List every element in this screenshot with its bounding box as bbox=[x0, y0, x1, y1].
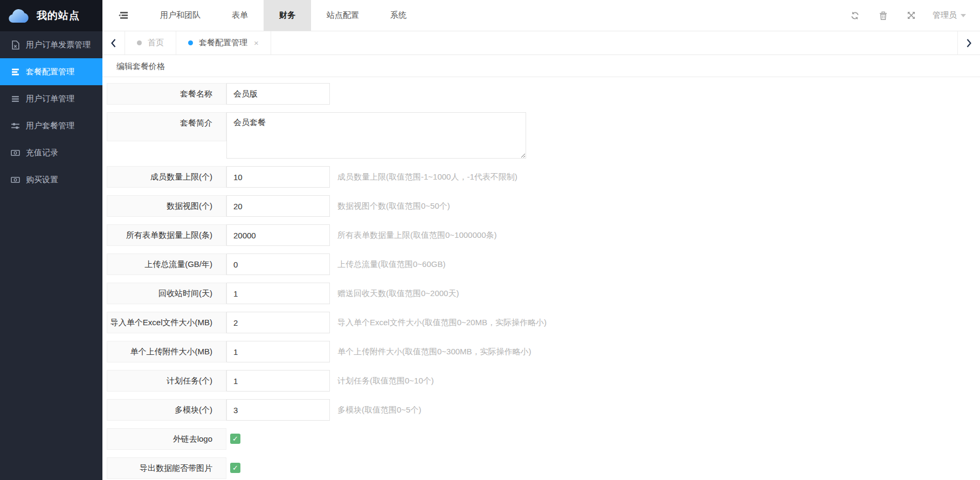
form-row: 套餐名称 bbox=[107, 83, 980, 105]
form-row: 导入单个Excel文件大小(MB) 导入单个Excel文件大小(取值范围0~20… bbox=[107, 312, 980, 333]
field-hint: 多模块(取值范围0~5个) bbox=[337, 399, 421, 421]
field-hint: 导入单个Excel文件大小(取值范围0~20MB，实际操作略小) bbox=[337, 312, 547, 333]
tab-label: 套餐配置管理 bbox=[199, 38, 247, 48]
member-limit-input[interactable] bbox=[226, 166, 330, 188]
sidebar-item-label: 套餐配置管理 bbox=[26, 67, 74, 77]
sidebar-item-user-packages[interactable]: 用户套餐管理 bbox=[0, 112, 102, 139]
tab-dot-icon bbox=[137, 40, 142, 45]
admin-label: 管理员 bbox=[933, 10, 957, 20]
package-form: 套餐名称 套餐简介 会员套餐 成员数量上限(个) 成员数量上限(取值范围-1~1… bbox=[102, 77, 980, 479]
nav-forms[interactable]: 表单 bbox=[216, 0, 264, 31]
field-label: 所有表单数据量上限(条) bbox=[107, 224, 226, 246]
sidebar-item-label: 用户套餐管理 bbox=[26, 121, 74, 131]
close-icon[interactable]: × bbox=[254, 38, 259, 47]
data-view-input[interactable] bbox=[226, 195, 330, 217]
content: 编辑套餐价格 套餐名称 套餐简介 会员套餐 成员数量上限(个) 成员数量上限(取… bbox=[102, 55, 980, 479]
menu-fold-icon[interactable] bbox=[102, 0, 144, 31]
multi-module-input[interactable] bbox=[226, 399, 330, 421]
sidebar-item-recharge-records[interactable]: 充值记录 bbox=[0, 139, 102, 166]
sidebar-item-label: 充值记录 bbox=[26, 148, 58, 158]
nav-users-teams[interactable]: 用户和团队 bbox=[144, 0, 216, 31]
admin-dropdown[interactable]: 管理员 bbox=[933, 10, 966, 20]
fullscreen-icon[interactable] bbox=[897, 11, 925, 19]
app-window: 我的站点 用户订单发票管理 套餐配置管理 用户订单管理 bbox=[0, 0, 980, 480]
field-label: 计划任务(个) bbox=[107, 370, 226, 392]
field-hint: 数据视图个数(取值范围0~50个) bbox=[337, 195, 450, 217]
package-list-icon bbox=[11, 67, 20, 77]
sidebar-item-user-order-invoice[interactable]: 用户订单发票管理 bbox=[0, 31, 102, 58]
form-row: 所有表单数据量上限(条) 所有表单数据量上限(取值范围0~1000000条) bbox=[107, 224, 980, 246]
recycle-days-input[interactable] bbox=[226, 283, 330, 304]
page-title: 编辑套餐价格 bbox=[102, 55, 980, 77]
form-row: 回收站时间(天) 赠送回收天数(取值范围0~2000天) bbox=[107, 283, 980, 304]
field-label: 数据视图(个) bbox=[107, 195, 226, 217]
top-nav: 用户和团队 表单 财务 站点配置 系统 bbox=[144, 0, 422, 31]
banknote-icon bbox=[11, 175, 20, 184]
field-hint: 所有表单数据量上限(取值范围0~1000000条) bbox=[337, 224, 497, 246]
remove-logo-checkbox[interactable]: ✓ bbox=[230, 434, 240, 444]
field-hint: 上传总流量(取值范围0~60GB) bbox=[337, 253, 445, 275]
sidebar: 我的站点 用户订单发票管理 套餐配置管理 用户订单管理 bbox=[0, 0, 102, 480]
field-label: 单个上传附件大小(MB) bbox=[107, 341, 226, 362]
package-desc-textarea[interactable]: 会员套餐 bbox=[226, 112, 526, 159]
tabs-scroll-right-icon[interactable] bbox=[957, 31, 980, 54]
form-row: 成员数量上限(个) 成员数量上限(取值范围-1~1000人，-1代表不限制) bbox=[107, 166, 980, 188]
cloud-logo-icon bbox=[8, 8, 30, 24]
sidebar-menu: 用户订单发票管理 套餐配置管理 用户订单管理 用户套餐管理 bbox=[0, 31, 102, 193]
field-label: 套餐简介 bbox=[107, 112, 226, 141]
invoice-file-icon bbox=[11, 40, 20, 50]
site-title: 我的站点 bbox=[37, 9, 80, 23]
form-row: 多模块(个) 多模块(取值范围0~5个) bbox=[107, 399, 980, 421]
main-area: 用户和团队 表单 财务 站点配置 系统 管理员 bbox=[102, 0, 980, 480]
field-label: 套餐名称 bbox=[107, 83, 226, 105]
top-header: 用户和团队 表单 财务 站点配置 系统 管理员 bbox=[102, 0, 980, 31]
order-list-icon bbox=[11, 94, 20, 104]
form-row: 上传总流量(GB/年) 上传总流量(取值范围0~60GB) bbox=[107, 253, 980, 275]
sidebar-item-label: 用户订单发票管理 bbox=[26, 40, 91, 50]
field-label: 导出数据能否带图片 bbox=[107, 457, 226, 479]
form-row: 计划任务(个) 计划任务(取值范围0~10个) bbox=[107, 370, 980, 392]
tab-dot-icon bbox=[188, 40, 193, 45]
sidebar-item-label: 用户订单管理 bbox=[26, 94, 74, 104]
field-label: 导入单个Excel文件大小(MB) bbox=[107, 312, 226, 333]
site-logo[interactable]: 我的站点 bbox=[0, 0, 102, 31]
sidebar-item-purchase-settings[interactable]: 购买设置 bbox=[0, 166, 102, 193]
field-label: 外链去logo bbox=[107, 428, 226, 450]
form-row: 数据视图(个) 数据视图个数(取值范围0~50个) bbox=[107, 195, 980, 217]
sliders-icon bbox=[11, 121, 20, 131]
field-label: 多模块(个) bbox=[107, 399, 226, 421]
tab-home[interactable]: 首页 bbox=[125, 31, 176, 54]
field-hint: 单个上传附件大小(取值范围0~300MB，实际操作略小) bbox=[337, 341, 532, 362]
sidebar-item-user-orders[interactable]: 用户订单管理 bbox=[0, 85, 102, 112]
nav-site-config[interactable]: 站点配置 bbox=[311, 0, 375, 31]
field-hint: 赠送回收天数(取值范围0~2000天) bbox=[337, 283, 459, 304]
form-row: 外链去logo ✓ bbox=[107, 428, 980, 450]
scheduled-tasks-input[interactable] bbox=[226, 370, 330, 392]
attachment-size-input[interactable] bbox=[226, 341, 330, 362]
nav-finance[interactable]: 财务 bbox=[264, 0, 311, 31]
tab-package-config[interactable]: 套餐配置管理 × bbox=[176, 31, 271, 54]
field-label: 成员数量上限(个) bbox=[107, 166, 226, 188]
form-row: 套餐简介 会员套餐 bbox=[107, 112, 980, 159]
export-with-images-checkbox[interactable]: ✓ bbox=[230, 463, 240, 473]
field-hint: 计划任务(取值范围0~10个) bbox=[337, 370, 434, 392]
form-row: 单个上传附件大小(MB) 单个上传附件大小(取值范围0~300MB，实际操作略小… bbox=[107, 341, 980, 362]
nav-system[interactable]: 系统 bbox=[375, 0, 422, 31]
sidebar-item-package-config[interactable]: 套餐配置管理 bbox=[0, 58, 102, 85]
field-label: 上传总流量(GB/年) bbox=[107, 253, 226, 275]
tabs-scroll-left-icon[interactable] bbox=[102, 31, 125, 54]
package-name-input[interactable] bbox=[226, 83, 330, 105]
form-row: 导出数据能否带图片 ✓ bbox=[107, 457, 980, 479]
upload-traffic-input[interactable] bbox=[226, 253, 330, 275]
excel-size-input[interactable] bbox=[226, 312, 330, 333]
refresh-icon[interactable] bbox=[841, 11, 869, 20]
trash-icon[interactable] bbox=[869, 11, 897, 20]
caret-down-icon bbox=[961, 14, 966, 17]
field-hint: 成员数量上限(取值范围-1~1000人，-1代表不限制) bbox=[337, 166, 517, 188]
tab-label: 首页 bbox=[148, 38, 164, 48]
form-data-limit-input[interactable] bbox=[226, 224, 330, 246]
banknote-icon bbox=[11, 148, 20, 157]
header-actions: 管理员 bbox=[841, 0, 980, 31]
field-label: 回收站时间(天) bbox=[107, 283, 226, 304]
tab-bar: 首页 套餐配置管理 × bbox=[102, 31, 980, 55]
